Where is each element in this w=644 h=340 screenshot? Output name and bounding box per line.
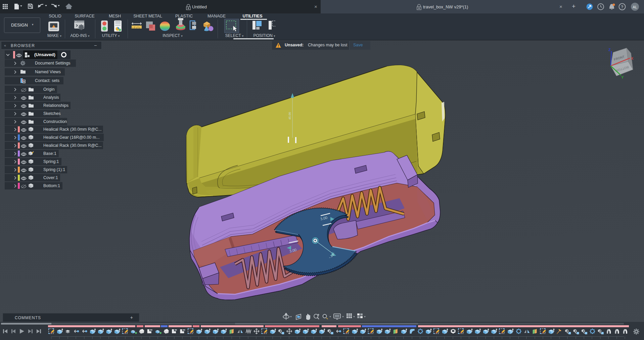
svg-text:45.00: 45.00 <box>288 112 291 120</box>
svg-text:Z: Z <box>608 48 611 52</box>
svg-text:X: X <box>631 56 634 60</box>
svg-text:?: ? <box>621 5 623 9</box>
svg-text:Y: Y <box>621 75 624 79</box>
svg-text:AL: AL <box>633 5 637 9</box>
